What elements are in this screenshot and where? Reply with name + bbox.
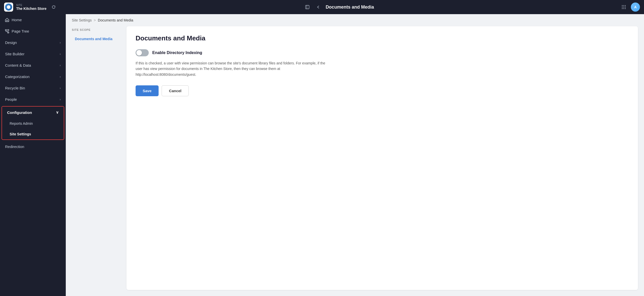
left-panel: SITE SCOPE Documents and Media <box>72 26 122 290</box>
avatar[interactable]: A <box>631 3 640 12</box>
categorization-label: Categorization <box>5 75 30 79</box>
topbar-right: A <box>620 3 640 12</box>
chevron-down-icon: ∨ <box>56 110 59 115</box>
back-button[interactable] <box>314 3 323 11</box>
toggle-description: If this is checked, a user with view per… <box>136 60 333 77</box>
sidebar-item-pagetree[interactable]: Page Tree <box>0 26 66 37</box>
save-button[interactable]: Save <box>136 85 159 96</box>
site-name: The Kitchen Store <box>16 7 47 11</box>
sidebar-item-home[interactable]: Home <box>0 14 66 26</box>
recycle-bin-label: Recycle Bin <box>5 86 25 90</box>
site-logo <box>4 3 13 12</box>
svg-point-3 <box>623 5 624 6</box>
svg-point-6 <box>623 7 624 8</box>
sidebar-item-design[interactable]: Design › <box>0 37 66 48</box>
inner-layout: SITE SCOPE Documents and Media Documents… <box>66 26 644 296</box>
svg-rect-13 <box>8 32 9 33</box>
sidebar-item-people[interactable]: People › <box>0 94 66 105</box>
toggle-label: Enable Directory Indexing <box>152 51 202 55</box>
chevron-right-icon: › <box>60 52 61 56</box>
grid-menu-button[interactable] <box>620 3 628 11</box>
scope-item-documents-media[interactable]: Documents and Media <box>72 34 122 43</box>
site-info: SITE The Kitchen Store <box>16 4 47 11</box>
redirection-label: Redirection <box>5 144 24 149</box>
design-label: Design <box>5 40 17 45</box>
svg-rect-11 <box>5 30 7 31</box>
configuration-section: Configuration ∨ Reports Admin Site Setti… <box>2 106 64 140</box>
chevron-right-icon: › <box>60 64 61 67</box>
configuration-label: Configuration <box>7 110 32 115</box>
directory-indexing-toggle[interactable] <box>136 49 149 56</box>
sidebar-item-redirection[interactable]: Redirection <box>0 141 66 152</box>
people-label: People <box>5 97 17 102</box>
breadcrumb-separator: > <box>94 18 96 22</box>
svg-point-2 <box>622 5 623 6</box>
cancel-button[interactable]: Cancel <box>162 85 189 96</box>
svg-rect-0 <box>306 5 309 9</box>
sidebar-item-categorization[interactable]: Categorization › <box>0 71 66 82</box>
configuration-header[interactable]: Configuration ∨ <box>2 107 64 118</box>
scope-label: SITE SCOPE <box>72 26 122 34</box>
pagetree-icon <box>5 29 9 33</box>
panel-toggle-button[interactable] <box>303 3 311 11</box>
topbar: SITE The Kitchen Store Documents and Med… <box>0 0 644 14</box>
svg-point-9 <box>623 8 624 9</box>
right-panel: Documents and Media Enable Directory Ind… <box>126 26 638 290</box>
chevron-right-icon: › <box>60 41 61 44</box>
pagetree-label: Page Tree <box>12 29 29 33</box>
topbar-title: Documents and Media <box>326 5 374 10</box>
refresh-button[interactable] <box>50 3 58 11</box>
home-label: Home <box>12 18 22 22</box>
site-builder-label: Site Builder <box>5 52 25 56</box>
site-logo-inner <box>5 4 12 11</box>
scope-item-label: Documents and Media <box>75 37 113 41</box>
svg-point-10 <box>625 8 626 9</box>
sidebar-item-recycle-bin[interactable]: Recycle Bin › <box>0 82 66 94</box>
svg-point-5 <box>622 7 623 8</box>
sidebar-item-reports-admin[interactable]: Reports Admin <box>2 118 64 129</box>
sidebar: Home Page Tree Design › Site Builder › C… <box>0 14 66 296</box>
svg-rect-12 <box>8 30 9 31</box>
home-icon <box>5 18 9 22</box>
svg-point-8 <box>622 8 623 9</box>
content-data-label: Content & Data <box>5 63 31 67</box>
topbar-center: Documents and Media <box>303 3 374 11</box>
chevron-right-icon: › <box>60 98 61 101</box>
main-layout: Home Page Tree Design › Site Builder › C… <box>0 14 644 296</box>
sidebar-item-content-data[interactable]: Content & Data › <box>0 60 66 71</box>
content-area: Site Settings > Documents and Media SITE… <box>66 14 644 296</box>
sidebar-item-site-settings[interactable]: Site Settings <box>2 129 64 139</box>
toggle-row: Enable Directory Indexing <box>136 49 629 56</box>
site-label: SITE <box>16 4 47 7</box>
chevron-right-icon: › <box>60 75 61 79</box>
breadcrumb: Site Settings > Documents and Media <box>66 14 644 26</box>
chevron-right-icon: › <box>60 86 61 90</box>
site-settings-label: Site Settings <box>10 132 31 136</box>
svg-point-7 <box>625 7 626 8</box>
topbar-left: SITE The Kitchen Store <box>4 3 58 12</box>
svg-point-4 <box>625 5 626 6</box>
sidebar-item-site-builder[interactable]: Site Builder › <box>0 48 66 60</box>
panel-title: Documents and Media <box>136 34 629 42</box>
action-buttons: Save Cancel <box>136 85 629 96</box>
breadcrumb-parent[interactable]: Site Settings <box>72 18 92 22</box>
reports-admin-label: Reports Admin <box>10 121 33 126</box>
breadcrumb-current: Documents and Media <box>98 18 133 22</box>
